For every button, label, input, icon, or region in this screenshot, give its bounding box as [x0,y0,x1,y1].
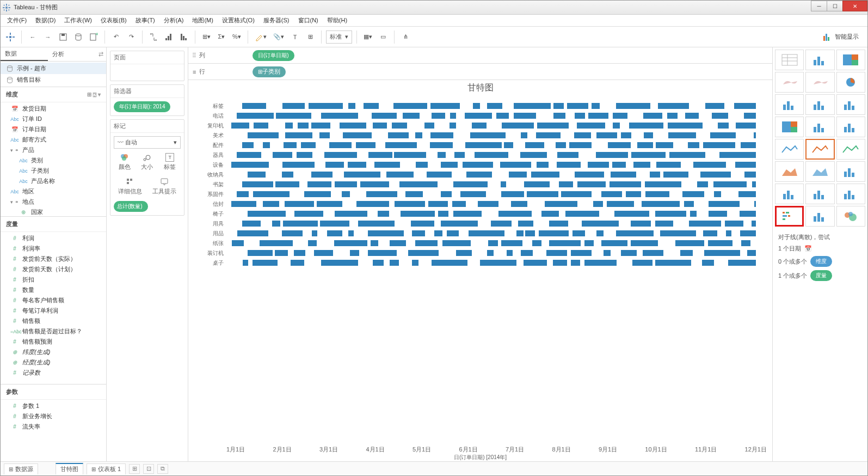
menu-item[interactable]: 仪表板(B) [97,15,130,26]
group-button[interactable]: ⊞▾ [200,30,213,44]
showme-gantt[interactable] [775,206,804,227]
sort-asc-button[interactable] [162,30,175,44]
show-cards-button[interactable]: ▦▾ [361,30,374,44]
measure-field[interactable]: #记录数 [1,368,106,378]
measure-field[interactable]: #发货前天数（计划） [1,264,106,274]
chart-canvas[interactable]: 标签电话复印机美术配件器具设备收纳具书架系固件信封椅子用具用品纸张装订机桌子 [188,96,772,446]
back-button[interactable]: ← [26,30,39,44]
showme-symbolmap[interactable] [805,72,834,93]
showme-packed[interactable] [836,206,865,227]
showme-dualbar[interactable] [836,161,865,182]
sheet-tab-dashboard[interactable]: ⊞ 仪表板 1 [87,463,126,474]
showme-heatmap[interactable] [805,50,834,70]
dimension-field[interactable]: ▾ ⚭产品 [1,145,106,155]
dimension-field[interactable]: ⊕国家 [1,207,106,217]
showme-line2[interactable] [805,139,834,160]
measure-field[interactable]: =Abc销售额是否超过目标？ [1,326,106,337]
datasource-item[interactable]: 示例 - 超市 [1,63,106,74]
maximize-button[interactable]: ☐ [827,1,843,11]
rows-pill[interactable]: ⊞ 子类别 [253,66,286,77]
parameter-field[interactable]: #新业务增长 [1,411,106,422]
dimension-field[interactable]: Abc子类别 [1,166,106,176]
measure-field[interactable]: #销售额预测 [1,337,106,347]
measure-field[interactable]: #数量 [1,285,106,295]
menu-item[interactable]: 地图(M) [189,15,217,26]
showme-histogram[interactable] [805,184,834,204]
presentation-button[interactable]: ▭ [377,30,390,44]
rows-shelf[interactable]: ≡行 ⊞ 子类别 [188,64,772,80]
showme-stars[interactable] [836,117,865,137]
sort-desc-button[interactable] [177,30,190,44]
redo-button[interactable]: ↷ [125,30,138,44]
showme-map[interactable] [775,72,804,93]
new-datasource-button[interactable] [72,30,85,44]
forward-button[interactable]: → [41,30,54,44]
measure-field[interactable]: ⊕经度(生成) [1,357,106,368]
showme-pie[interactable] [836,72,865,93]
new-dashboard-tab[interactable]: ⊡ [143,464,154,474]
minimize-button[interactable]: ─ [811,1,827,11]
measure-field[interactable]: #折扣 [1,274,106,285]
dimension-field[interactable]: Abc产品名称 [1,176,106,186]
mark-type-dropdown[interactable]: 〰 自动▾ [114,136,181,149]
datasource-item[interactable]: 销售目标 [1,74,106,86]
showme-area1[interactable] [775,161,804,182]
filters-card[interactable]: 筛选器 年(订单日期): 2014 [110,84,184,116]
dimension-field[interactable]: Abc邮寄方式 [1,135,106,145]
pages-card[interactable]: 页面 [110,51,184,81]
showme-boxplot[interactable] [836,184,865,204]
chart-title[interactable]: 甘特图 [188,80,772,96]
filter-pill[interactable]: 年(订单日期): 2014 [114,101,170,112]
show-me-button[interactable]: 智能显示 [823,33,864,41]
pin-button[interactable]: 📎▾ [271,30,286,44]
share-button[interactable]: ⋔ [399,30,412,44]
close-button[interactable]: ✕ [842,1,867,11]
detail-shelf[interactable]: 详细信息 [114,175,147,198]
showme-vbar[interactable] [805,94,834,115]
parameter-field[interactable]: #参数 1 [1,401,106,411]
menu-item[interactable]: 数据(D) [32,15,59,26]
measure-field[interactable]: #每笔订单利润 [1,306,106,316]
showme-table[interactable] [775,50,804,70]
measure-field[interactable]: ⊕纬度(生成) [1,347,106,357]
analysis-tab[interactable]: 分析 [48,47,95,61]
dimension-field[interactable]: Abc类别 [1,155,106,166]
undo-button[interactable]: ↶ [109,30,122,44]
menu-item[interactable]: 窗口(N) [295,15,322,26]
tableau-logo-button[interactable] [4,30,17,44]
new-worksheet-button[interactable]: + [87,30,100,44]
marks-sum-pill[interactable]: 总计(数量) [114,201,148,212]
size-shelf[interactable]: 大小 [137,151,158,173]
menu-item[interactable]: 文件(F) [4,15,30,26]
format-button[interactable]: ⊞ [304,30,317,44]
data-tab[interactable]: 数据 [1,47,48,61]
menu-item[interactable]: 服务器(S) [260,15,293,26]
color-shelf[interactable]: 颜色 [114,151,136,173]
dimension-field[interactable]: 📅发货日期 [1,103,106,114]
showme-bullet[interactable] [805,206,834,227]
parameter-field[interactable]: #流失率 [1,422,106,432]
measure-field[interactable]: #利润 [1,233,106,243]
menu-item[interactable]: 分析(A) [161,15,187,26]
datasource-tab[interactable]: ⊞ 数据源 [4,463,38,474]
showme-tree2[interactable] [775,117,804,137]
percent-button[interactable]: %▾ [230,30,243,44]
tooltip-shelf[interactable]: 工具提示 [148,175,181,198]
swap-button[interactable] [147,30,160,44]
new-story-tab[interactable]: ⧉ [157,464,168,474]
menu-item[interactable]: 故事(T) [132,15,158,26]
showme-sidebar[interactable] [836,94,865,115]
fit-dropdown[interactable]: 标准▾ [326,30,352,44]
dimension-field[interactable]: Abc地区 [1,186,106,197]
showme-line1[interactable] [775,139,804,160]
highlight-button[interactable]: ▾ [253,30,269,44]
label-button[interactable]: T [288,30,301,44]
dimension-field[interactable]: ▾ ⚭地点 [1,197,106,207]
measure-field[interactable]: #发货前天数（实际） [1,254,106,264]
measure-field[interactable]: #每名客户销售额 [1,295,106,306]
new-worksheet-tab[interactable]: ⊞ [129,464,140,474]
menu-item[interactable]: 设置格式(O) [219,15,258,26]
totals-button[interactable]: Σ▾ [215,30,228,44]
showme-scatter[interactable] [775,184,804,204]
showme-line3[interactable] [836,139,865,160]
